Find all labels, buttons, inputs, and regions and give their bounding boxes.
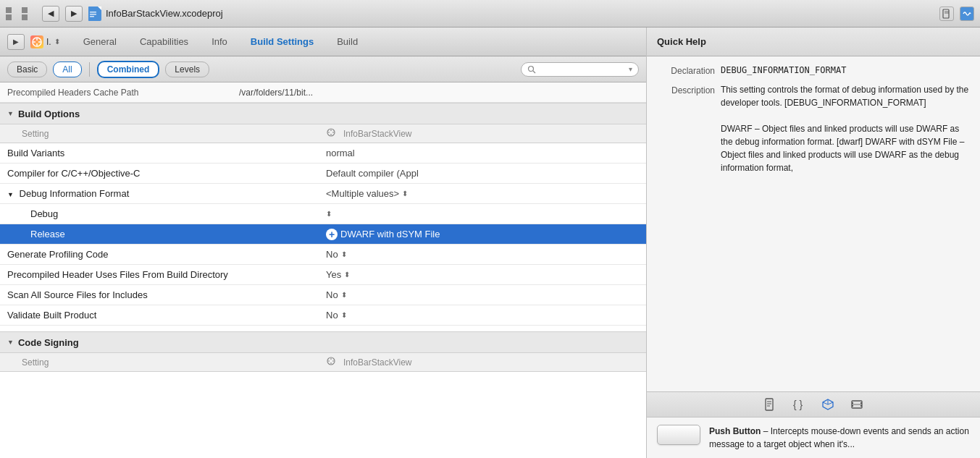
row-value: No ⬍ (326, 310, 639, 321)
back-button[interactable]: ◀ (42, 6, 59, 22)
svg-rect-38 (860, 405, 862, 407)
precompiled-path-row: Precompiled Headers Cache Path /var/fold… (0, 82, 646, 103)
filter-basic[interactable]: Basic (7, 62, 47, 77)
add-icon[interactable]: + (326, 229, 338, 240)
precompiled-path-label: Precompiled Headers Cache Path (7, 88, 239, 98)
svg-line-33 (823, 402, 828, 404)
project-title-text: InfoBarStackView.xcodeproj (106, 8, 223, 19)
section-title: Build Options (18, 109, 80, 119)
svg-point-13 (529, 66, 534, 71)
cs-value-header-label: InfoBarStackView (343, 357, 412, 368)
row-triangle: ▼ (7, 191, 14, 198)
row-value: Default compiler (Appl (326, 168, 639, 179)
row-label: Precompiled Header Uses Files From Build… (7, 269, 326, 280)
quick-help-content: Declaration DEBUG_INFORMATION_FORMAT Des… (647, 56, 980, 391)
cs-setting-label: Setting (22, 357, 49, 368)
table-row[interactable]: Validate Built Product No ⬍ (0, 305, 646, 326)
toolbar: ▶ I. ⬍ General Capabilities Info (0, 27, 646, 56)
search-icon (527, 65, 536, 74)
search-box: ▾ (521, 62, 639, 77)
content-area: Precompiled Headers Cache Path /var/fold… (0, 82, 646, 458)
table-row[interactable]: ▼ Debug Information Format <Multiple val… (0, 184, 646, 204)
row-label: Validate Built Product (7, 310, 326, 321)
qh-description-row: Description This setting controls the fo… (657, 83, 970, 174)
curly-bottom-icon[interactable]: { } (792, 397, 806, 412)
filter-levels[interactable]: Levels (165, 62, 209, 77)
svg-rect-35 (852, 402, 853, 404)
run-button[interactable]: ▶ (7, 34, 25, 50)
cube-bottom-icon[interactable] (821, 397, 835, 412)
cs-col-icon (326, 356, 339, 369)
quick-help-label: Quick Help (657, 36, 706, 47)
table-row[interactable]: Generate Profiling Code No ⬍ (0, 245, 646, 265)
table-row-selected[interactable]: Release + DWARF with dSYM File (0, 224, 646, 245)
wave-icon[interactable] (960, 7, 974, 21)
filter-all[interactable]: All (53, 62, 81, 77)
row-stepper[interactable]: ⬍ (341, 291, 347, 299)
row-label: ▼ Debug Information Format (7, 188, 326, 199)
setting-header-label: Setting (22, 129, 49, 139)
target-stepper[interactable]: ⬍ (54, 38, 60, 46)
doc-icon[interactable] (939, 7, 954, 21)
tab-general[interactable]: General (72, 33, 128, 50)
row-value: + DWARF with dSYM File (326, 229, 639, 240)
target-selector[interactable]: I. ⬍ (30, 35, 60, 48)
tab-build-settings[interactable]: Build Settings (239, 33, 325, 50)
qh-declaration-row: Declaration DEBUG_INFORMATION_FORMAT (657, 64, 970, 77)
svg-rect-2 (90, 12, 96, 13)
build-options-header[interactable]: ▼ Build Options (0, 103, 646, 124)
col-value-header: InfoBarStackView (326, 127, 639, 140)
row-value: ⬍ (326, 210, 639, 218)
xcode-target-icon (30, 35, 43, 48)
row-label: Release (7, 229, 326, 239)
table-row[interactable]: Precompiled Header Uses Files From Build… (0, 265, 646, 285)
row-label: Scan All Source Files for Includes (7, 289, 326, 300)
row-stepper[interactable]: ⬍ (341, 311, 347, 319)
spacer (0, 326, 646, 331)
film-bottom-icon[interactable] (850, 397, 864, 412)
table-row[interactable]: Compiler for C/C++/Objective-C Default c… (0, 164, 646, 184)
row-value: <Multiple values> ⬍ (326, 188, 639, 199)
row-value: normal (326, 148, 639, 158)
row-stepper[interactable]: ⬍ (402, 190, 408, 198)
row-stepper[interactable]: ⬍ (341, 250, 347, 258)
grid-icon (6, 7, 36, 20)
svg-line-32 (828, 402, 833, 404)
table-row[interactable]: Build Variants normal (0, 143, 646, 164)
search-dropdown-icon[interactable]: ▾ (629, 65, 632, 73)
row-value: No ⬍ (326, 249, 639, 260)
section-triangle: ▼ (7, 110, 14, 117)
code-signing-header[interactable]: ▼ Code Signing (0, 331, 646, 353)
push-button-preview (657, 425, 700, 445)
svg-rect-37 (860, 402, 862, 404)
bottom-icons-bar: { } (647, 391, 980, 417)
svg-rect-36 (852, 405, 853, 407)
code-signing-table-header: Setting InfoBarStackView (0, 353, 646, 372)
row-value: No ⬍ (326, 289, 639, 300)
right-panel: Quick Help Declaration DEBUG_INFORMATION… (647, 27, 980, 458)
project-file-icon (88, 7, 101, 21)
table-row[interactable]: Debug ⬍ (0, 204, 646, 224)
filter-bar: Basic All Combined Levels ▾ (0, 56, 646, 82)
row-value: Yes ⬍ (326, 269, 639, 280)
tab-build[interactable]: Build (325, 33, 369, 50)
tab-capabilities[interactable]: Capabilities (128, 33, 200, 50)
tab-info[interactable]: Info (200, 33, 239, 50)
quick-help-title: Quick Help (647, 27, 980, 56)
filter-combined[interactable]: Combined (97, 61, 160, 78)
svg-text:{ }: { } (793, 399, 803, 410)
svg-rect-25 (766, 399, 773, 410)
row-stepper[interactable]: ⬍ (344, 271, 350, 279)
table-row[interactable]: Scan All Source Files for Includes No ⬍ (0, 285, 646, 305)
row-label: Build Variants (7, 148, 326, 158)
search-input[interactable] (539, 64, 626, 75)
row-label: Generate Profiling Code (7, 249, 326, 260)
doc-bottom-icon[interactable] (763, 397, 777, 412)
forward-button[interactable]: ▶ (65, 6, 83, 22)
tab-group: General Capabilities Info Build Settings… (72, 33, 369, 50)
code-signing-title: Code Signing (18, 337, 79, 348)
qh-description-label: Description (657, 83, 715, 174)
svg-rect-5 (943, 9, 949, 18)
svg-rect-4 (90, 16, 94, 17)
row-stepper[interactable]: ⬍ (326, 210, 332, 218)
